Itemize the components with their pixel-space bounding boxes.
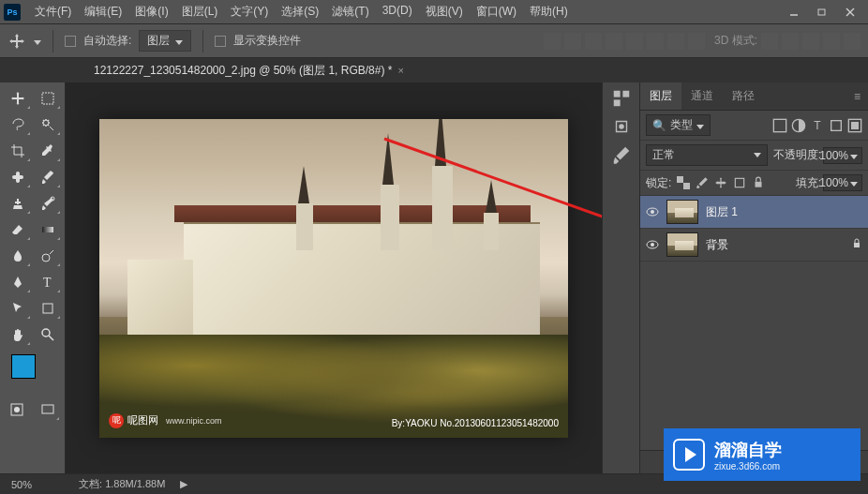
fill-field[interactable]: 100% — [823, 174, 862, 191]
svg-point-34 — [651, 243, 654, 247]
panel-tab[interactable]: 通道 — [681, 82, 723, 110]
history-panel-icon[interactable] — [611, 88, 632, 109]
svg-text:T: T — [43, 276, 52, 290]
eraser-tool[interactable] — [4, 217, 32, 242]
doc-size-value: 1.88M/1.88M — [105, 478, 165, 489]
tool-preset-dropdown[interactable] — [34, 35, 41, 48]
menu-item[interactable]: 图像(I) — [128, 4, 174, 20]
chevron-down-icon — [696, 119, 704, 132]
visibility-toggle-icon[interactable] — [646, 238, 659, 251]
opacity-field[interactable]: 100% — [823, 147, 862, 164]
brush-tool[interactable] — [34, 165, 62, 189]
healing-brush-tool[interactable] — [4, 165, 32, 189]
3d-orbit-icon[interactable] — [761, 33, 778, 50]
chevron-down-icon — [754, 147, 761, 163]
clone-stamp-tool[interactable] — [4, 191, 32, 216]
align-bottom-icon[interactable] — [585, 33, 602, 50]
marquee-tool[interactable] — [34, 86, 62, 111]
quick-mask-toggle[interactable] — [4, 397, 31, 422]
menu-item[interactable]: 帮助(H) — [523, 4, 575, 20]
lock-all-icon[interactable] — [752, 176, 765, 189]
menu-item[interactable]: 编辑(E) — [78, 4, 128, 20]
svg-point-12 — [42, 329, 50, 337]
zoom-tool[interactable] — [34, 322, 62, 347]
magic-wand-tool[interactable] — [34, 112, 62, 137]
hand-tool[interactable] — [4, 322, 32, 347]
menu-item[interactable]: 3D(D) — [376, 4, 419, 20]
auto-select-checkbox[interactable] — [65, 36, 76, 47]
align-vcenter-icon[interactable] — [564, 33, 581, 50]
align-top-icon[interactable] — [544, 33, 561, 50]
filter-shape-icon[interactable] — [829, 118, 844, 133]
visibility-toggle-icon[interactable] — [646, 205, 659, 218]
3d-zoom-icon[interactable] — [844, 33, 861, 50]
history-brush-tool[interactable] — [34, 191, 62, 216]
blend-mode-dropdown[interactable]: 正常 — [646, 144, 768, 166]
auto-select-target-dropdown[interactable]: 图层 — [139, 30, 191, 52]
eyedropper-tool[interactable] — [34, 139, 62, 163]
path-selection-tool[interactable] — [4, 296, 32, 321]
filter-adjustment-icon[interactable] — [791, 118, 806, 133]
gradient-tool[interactable] — [34, 217, 62, 242]
chevron-down-icon — [850, 149, 858, 162]
svg-point-9 — [42, 254, 50, 262]
canvas-viewport[interactable]: 呢 呢图网 www.nipic.com By:YAOKU No.20130601… — [66, 82, 602, 473]
brand-title: 溜溜自学 — [714, 439, 782, 461]
layer-filter-dropdown[interactable]: 🔍 类型 — [646, 114, 711, 136]
close-tab-icon[interactable]: × — [397, 65, 403, 76]
color-swatches[interactable] — [4, 354, 61, 392]
panel-menu-icon[interactable]: ≡ — [846, 86, 868, 107]
filter-smart-icon[interactable] — [847, 118, 862, 133]
window-close-button[interactable] — [836, 3, 864, 22]
filter-pixel-icon[interactable] — [772, 118, 787, 133]
align-right-icon[interactable] — [647, 33, 664, 50]
crop-tool[interactable] — [4, 139, 32, 163]
chevron-down-icon — [850, 176, 858, 189]
blur-tool[interactable] — [4, 244, 32, 268]
menu-item[interactable]: 窗口(W) — [470, 4, 523, 20]
lock-position-icon[interactable] — [714, 176, 727, 189]
filter-type-icon[interactable]: T — [810, 118, 825, 133]
layer-row[interactable]: 图层 1 — [640, 196, 868, 229]
menu-item[interactable]: 文字(Y) — [224, 4, 275, 20]
move-tool[interactable] — [4, 86, 32, 111]
lock-artboard-icon[interactable] — [733, 176, 746, 189]
brush-panel-icon[interactable] — [611, 144, 632, 165]
toolbox: T — [0, 82, 66, 473]
menu-item[interactable]: 视图(V) — [419, 4, 470, 20]
doc-size-label: 文档: — [79, 478, 102, 489]
3d-slide-icon[interactable] — [823, 33, 840, 50]
status-menu-icon[interactable]: ▶ — [180, 478, 187, 490]
show-transform-label: 显示变换控件 — [233, 33, 301, 49]
menu-item[interactable]: 文件(F) — [28, 4, 78, 20]
type-tool[interactable]: T — [34, 270, 62, 294]
foreground-color-swatch[interactable] — [11, 354, 36, 379]
distribute-h-icon[interactable] — [667, 33, 684, 50]
3d-roll-icon[interactable] — [782, 33, 799, 50]
dodge-tool[interactable] — [34, 244, 62, 268]
align-hcenter-icon[interactable] — [626, 33, 643, 50]
document-tab[interactable]: 12122227_123051482000_2.jpg @ 50% (图层 1,… — [84, 59, 413, 82]
menu-item[interactable]: 滤镜(T) — [325, 4, 375, 20]
lock-transparency-icon[interactable] — [677, 176, 690, 189]
3d-pan-icon[interactable] — [802, 33, 819, 50]
menu-item[interactable]: 选择(S) — [275, 4, 325, 20]
properties-panel-icon[interactable] — [611, 116, 632, 137]
window-minimize-button[interactable] — [780, 3, 808, 22]
show-transform-checkbox[interactable] — [215, 36, 226, 47]
screen-mode-toggle[interactable] — [35, 397, 62, 422]
shape-tool[interactable] — [34, 296, 62, 321]
panel-tab[interactable]: 路径 — [723, 82, 764, 110]
window-restore-button[interactable] — [808, 3, 836, 22]
svg-rect-22 — [773, 119, 786, 131]
menu-item[interactable]: 图层(L) — [175, 4, 225, 20]
layer-thumbnail — [666, 232, 698, 257]
zoom-field[interactable]: 50% — [7, 478, 64, 491]
align-left-icon[interactable] — [606, 33, 622, 50]
panel-tab[interactable]: 图层 — [640, 82, 681, 110]
lock-pixels-icon[interactable] — [696, 176, 709, 189]
distribute-v-icon[interactable] — [688, 33, 705, 50]
pen-tool[interactable] — [4, 270, 32, 294]
lasso-tool[interactable] — [4, 112, 32, 137]
layer-row[interactable]: 背景 — [640, 229, 868, 262]
